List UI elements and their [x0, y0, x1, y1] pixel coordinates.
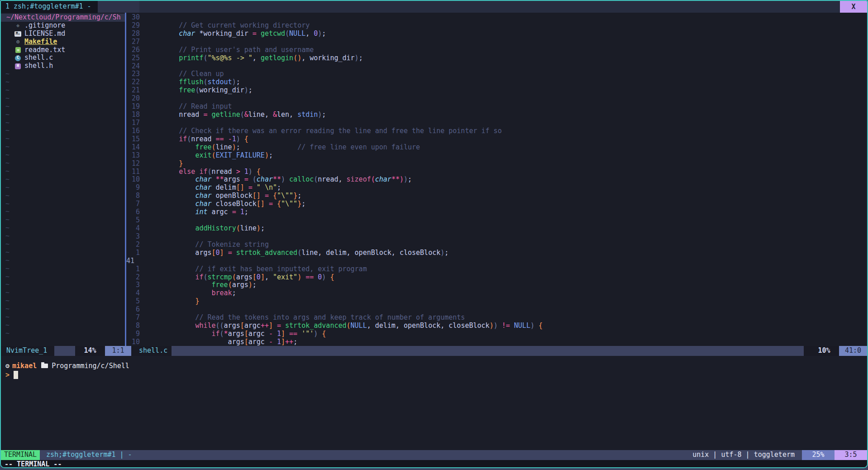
- tree-item-label: LICENSE.md: [24, 30, 65, 38]
- line-number: 5: [126, 297, 140, 306]
- line-number: 11: [126, 168, 140, 176]
- statusline-scroll-percent-code: 10%: [809, 346, 839, 356]
- tabline-bump: [98, 1, 139, 13]
- code-line[interactable]: 18 nread = getline(&line, &len, stdin);: [126, 111, 867, 119]
- code-line[interactable]: 8 char openBlock[] = {"\""};: [126, 192, 867, 200]
- tree-item-Makefile[interactable]: ⚙Makefile: [1, 38, 125, 46]
- code-line[interactable]: 4 addHistory(line);: [126, 225, 867, 233]
- code-line[interactable]: 4 break;: [126, 289, 867, 297]
- code-line[interactable]: 6 int argc = 1;: [126, 208, 867, 216]
- line-number: 20: [126, 95, 140, 103]
- code-line[interactable]: 12 }: [126, 160, 867, 168]
- code-line[interactable]: 22 fflush(stdout);: [126, 78, 867, 86]
- statusline-buffer-name-code: shell.c: [133, 346, 172, 356]
- tree-item-readme.txt[interactable]: ≡readme.txt: [1, 46, 125, 54]
- line-number: 26: [126, 46, 140, 54]
- code-line[interactable]: 20: [126, 95, 867, 103]
- code-line-current[interactable]: 41: [126, 257, 867, 265]
- tab-zsh-toggleterm[interactable]: 1 zsh;#toggleterm#1 -: [1, 1, 98, 13]
- tree-item-shell.h[interactable]: Hshell.h: [1, 62, 125, 70]
- terminal-cursor-pos: 3:5: [835, 450, 867, 460]
- code-line[interactable]: 16 // Check if there was an error readin…: [126, 127, 867, 135]
- nontext-tilde: ~: [1, 151, 125, 159]
- code-line[interactable]: 5: [126, 216, 867, 225]
- tree-item-label: Makefile: [24, 38, 57, 46]
- tab-close-button[interactable]: X: [840, 1, 867, 13]
- code-line[interactable]: 5 }: [126, 297, 867, 306]
- code-line[interactable]: 15 if(nread == -1) {: [126, 135, 867, 144]
- line-number: 17: [126, 119, 140, 127]
- code-line[interactable]: 8 while((args[argc++] = strtok_advanced(…: [126, 322, 867, 330]
- code-line[interactable]: 6: [126, 306, 867, 314]
- line-number: 4: [126, 289, 140, 297]
- nvimtree-panel: ~/Nextcloud/Programming/c/Sh ◆.gitignore…: [1, 13, 125, 346]
- nontext-tilde: ~: [1, 78, 125, 86]
- nontext-tilde: ~: [1, 95, 125, 103]
- code-line[interactable]: 10 args[argc - 1]++;: [126, 338, 867, 346]
- code-line[interactable]: 2 if(strcmp(args[0], "exit") == 0) {: [126, 273, 867, 282]
- code-line[interactable]: 13 exit(EXIT_FAILURE);: [126, 152, 867, 160]
- nontext-tilde: ~: [1, 257, 125, 265]
- code-line[interactable]: 3: [126, 233, 867, 241]
- code-line[interactable]: 23 // Clean up: [126, 70, 867, 78]
- code-line[interactable]: 28 char *working_dir = getcwd(NULL, 0);: [126, 30, 867, 38]
- nontext-tilde: ~: [1, 240, 125, 249]
- line-number: 18: [126, 111, 140, 119]
- line-number: 5: [126, 216, 140, 225]
- nontext-tilde: ~: [1, 289, 125, 297]
- code-line[interactable]: 27: [126, 38, 867, 46]
- tree-item-label: .gitignore: [24, 22, 65, 30]
- tree-item-label: readme.txt: [24, 46, 65, 54]
- line-number: 7: [126, 314, 140, 322]
- tree-item-LICENSE.md[interactable]: M↓LICENSE.md: [1, 30, 125, 38]
- terminal-pane[interactable]: ⚙ mikael Programming/c/Shell >: [1, 356, 867, 450]
- code-line[interactable]: 10 char **args = (char**) calloc(nread, …: [126, 176, 867, 184]
- nontext-tilde: ~: [1, 86, 125, 95]
- code-line[interactable]: 24: [126, 62, 867, 71]
- code-line[interactable]: 2 // Tokenize string: [126, 241, 867, 249]
- code-line[interactable]: 26 // Print user's path and username: [126, 46, 867, 54]
- code-line[interactable]: 3 free(args);: [126, 281, 867, 289]
- nontext-tilde: ~: [1, 127, 125, 135]
- nontext-tilde: ~: [1, 330, 125, 338]
- terminal-prompt-header: ⚙ mikael Programming/c/Shell: [5, 361, 867, 370]
- code-line[interactable]: 19 // Read input: [126, 103, 867, 111]
- nontext-tilde: ~: [1, 176, 125, 184]
- line-number: 6: [126, 208, 140, 216]
- code-line[interactable]: 30: [126, 14, 867, 22]
- code-line[interactable]: 7 // Read the tokens into args and keep …: [126, 314, 867, 322]
- prompt-chevron-icon: >: [5, 371, 10, 379]
- code-line[interactable]: 9 char delim[] = " \n";: [126, 184, 867, 192]
- tree-item-.gitignore[interactable]: ◆.gitignore: [1, 22, 125, 30]
- code-line[interactable]: 21 free(working_dir);: [126, 86, 867, 95]
- line-number: 14: [126, 144, 140, 152]
- line-number: 10: [126, 176, 140, 184]
- terminal-input-line[interactable]: >: [5, 370, 867, 379]
- code-line[interactable]: 1 args[0] = strtok_advanced(line, delim,…: [126, 249, 867, 257]
- cmdline-mode-message: -- TERMINAL --: [1, 460, 867, 468]
- nontext-tilde: ~: [1, 119, 125, 127]
- c-file-icon: C: [15, 55, 21, 61]
- line-number: 8: [126, 192, 140, 200]
- code-line[interactable]: 7 char closeBlock[] = {"\""};: [126, 200, 867, 208]
- tree-root-path[interactable]: ~/Nextcloud/Programming/c/Sh: [1, 14, 125, 22]
- line-number: 19: [126, 103, 140, 111]
- line-number: 4: [126, 225, 140, 233]
- code-line[interactable]: 9 if(*args[argc - 1] == '"') {: [126, 330, 867, 338]
- statusline: NvimTree_1 14% 1:1 shell.c 10% 41:0: [1, 346, 867, 356]
- terminal-cursor: [14, 371, 18, 379]
- code-line[interactable]: 25 printf("%s@%s -> ", getlogin(), worki…: [126, 54, 867, 62]
- code-line[interactable]: 29 // Get current working directory: [126, 22, 867, 30]
- tree-item-shell.c[interactable]: Cshell.c: [1, 54, 125, 62]
- code-buffer: 3029 // Get current working directory28 …: [126, 13, 867, 346]
- tree-item-label: shell.h: [24, 62, 53, 70]
- code-line[interactable]: 14 free(line); // free line even upon fa…: [126, 144, 867, 152]
- code-line[interactable]: 17: [126, 119, 867, 127]
- nontext-tilde: ~: [1, 273, 125, 281]
- line-number: 27: [126, 38, 140, 46]
- makefile-icon: ⚙: [14, 39, 21, 45]
- gear-icon: ⚙: [5, 362, 10, 370]
- code-line[interactable]: 11 else if(nread > 1) {: [126, 168, 867, 176]
- code-line[interactable]: 1 // if exit has been inputted, exit pro…: [126, 265, 867, 273]
- nontext-tilde: ~: [1, 281, 125, 289]
